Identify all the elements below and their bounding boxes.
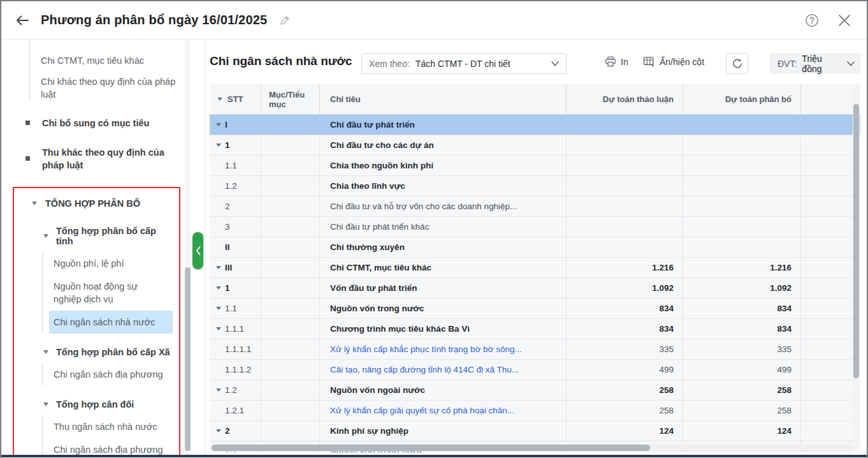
- chevron-down-icon: [841, 61, 860, 67]
- cell-chi-tieu: Xử lý khẩn cấp giải quyết sự cố phá hoại…: [320, 401, 567, 420]
- header-du-toan-phan-bo[interactable]: Dự toán phân bổ: [683, 84, 801, 114]
- table-row[interactable]: 1.1 Nguồn vốn trong nước 834 834: [210, 299, 860, 319]
- table-row[interactable]: 1.1.1.2 Cải tạo, nâng cấp đường tỉnh lộ …: [210, 360, 860, 380]
- chevron-expanded-icon[interactable]: [32, 202, 37, 205]
- table-row[interactable]: 1.1 Chia theo nguồn kinh phí: [210, 156, 860, 176]
- sidebar-group-cap-xa: Tổng hợp phân bổ cấp Xã Chi ngân sách đị…: [14, 343, 179, 386]
- sidebar-scrollbar[interactable]: [185, 40, 191, 455]
- cell-stt: 1.1.1.2: [210, 360, 261, 380]
- sidebar-item-tong-hop-cap-tinh[interactable]: Tổng hợp phân bổ cấp tỉnh: [14, 221, 179, 251]
- cell-du-toan-phan-bo: 499: [683, 360, 801, 380]
- table-row[interactable]: 1.1.1.1 Xử lý khẩn cấp khắc phục tình tr…: [210, 339, 860, 360]
- sidebar-item-chi-khac[interactable]: Chi khác theo quy định của pháp luật: [1, 71, 205, 105]
- sidebar-item-label: Tổng hợp phân bổ cấp tỉnh: [56, 226, 174, 246]
- expand-icon[interactable]: [216, 266, 221, 269]
- expand-icon[interactable]: [216, 307, 221, 310]
- sidebar-item-chi-ngan-sach-nha-nuoc[interactable]: Chi ngân sách nhà nước: [49, 311, 173, 334]
- printer-icon: [605, 56, 616, 67]
- cell-du-toan-phan-bo: [683, 196, 801, 216]
- du-toan-thao-luan-value: 499: [659, 365, 674, 374]
- content-title: Chi ngân sách nhà nước: [210, 54, 352, 68]
- chevron-left-icon: [194, 245, 202, 256]
- vertical-scrollbar[interactable]: [853, 85, 860, 443]
- sidebar-item-thu-khac[interactable]: Thu khác theo quy định của pháp luật: [1, 141, 205, 177]
- cell-chi-tieu: Cải tạo, nâng cấp đường tỉnh lộ 414C đi …: [320, 360, 567, 380]
- chevron-expanded-icon[interactable]: [43, 403, 48, 406]
- sort-triangle-icon[interactable]: [217, 98, 222, 101]
- edit-title-button[interactable]: [280, 15, 290, 26]
- table-row[interactable]: 2 Chi đầu tư và hỗ trợ vốn cho các doanh…: [210, 196, 860, 217]
- sidebar-group-top: Chi CTMT, mục tiêu khác Chi khác theo qu…: [1, 50, 205, 105]
- chevron-expanded-icon[interactable]: [43, 234, 48, 238]
- view-mode-dropdown[interactable]: Xem theo: Tách CTMT - DT chi tiết: [361, 53, 567, 74]
- table-row[interactable]: 1.2.1 Xử lý khẩn cấp giải quyết sự cố ph…: [210, 401, 860, 421]
- sidebar-item-chi-ngan-sach-dia-phuong[interactable]: Chi ngân sách địa phương: [43, 363, 173, 386]
- expand-icon[interactable]: [216, 327, 221, 330]
- sidebar-item-tong-hop-can-doi[interactable]: Tổng hợp cân đối: [14, 395, 179, 414]
- sidebar-item-thu-ngan-sach-nha-nuoc[interactable]: Thu ngân sách nhà nước: [43, 415, 173, 438]
- cell-empty: [801, 319, 860, 339]
- sidebar-item-nguon-hoat-dong[interactable]: Nguồn hoạt động sự nghiệp dịch vụ: [43, 275, 173, 311]
- sidebar-item-chi-ngan-sach-dia-phuong-2[interactable]: Chi ngân sách địa phương: [43, 438, 173, 455]
- table-row[interactable]: II Chi thường xuyên: [210, 237, 860, 258]
- sidebar-section-label: TỔNG HỢP PHÂN BỔ: [45, 198, 140, 209]
- sidebar-item-tong-hop-cap-xa[interactable]: Tổng hợp phân bổ cấp Xã: [14, 343, 179, 362]
- chevron-expanded-icon[interactable]: [43, 350, 48, 354]
- cell-empty: [801, 135, 860, 155]
- table-row[interactable]: 1.1.1 Chương trình mục tiêu khác Ba Vì 8…: [210, 319, 860, 339]
- pencil-icon: [280, 15, 290, 26]
- header-stt[interactable]: STT: [210, 84, 261, 114]
- expand-icon[interactable]: [216, 429, 221, 432]
- print-button[interactable]: In: [605, 56, 628, 67]
- refresh-button[interactable]: [726, 53, 748, 74]
- expand-icon[interactable]: [216, 123, 221, 126]
- cell-muc: [261, 176, 320, 196]
- cell-chi-tieu: Xử lý khẩn cấp khắc phục tình trạng bờ b…: [320, 339, 567, 359]
- expand-icon[interactable]: [216, 144, 221, 147]
- horizontal-scrollbar[interactable]: [210, 444, 855, 452]
- horizontal-scrollbar-thumb[interactable]: [212, 445, 650, 451]
- cell-empty: [801, 401, 860, 420]
- table-row[interactable]: I Chi đầu tư phát triển: [210, 115, 860, 135]
- table-row[interactable]: 1 Vốn đầu tư phát triển 1.092 1.092: [210, 278, 860, 299]
- cell-du-toan-thao-luan: [567, 115, 683, 135]
- sidebar-item-nguon-phi[interactable]: Nguồn phí, lệ phí: [43, 252, 173, 275]
- cell-stt: 1.1.1.1: [210, 339, 261, 359]
- stt-value: 1.2: [225, 181, 237, 191]
- header-muc-tieu-muc[interactable]: Mục/Tiểu mục: [261, 84, 320, 114]
- sidebar-collapse-handle[interactable]: [192, 232, 203, 269]
- unit-label: ĐVT:: [778, 59, 797, 69]
- header-du-toan-thao-luan[interactable]: Dự toán thảo luận: [567, 84, 683, 114]
- back-button[interactable]: [14, 12, 31, 29]
- unit-dropdown[interactable]: ĐVT: Triệu đồng: [770, 53, 860, 74]
- table-row[interactable]: 1 Chi đầu tư cho các dự án: [210, 135, 860, 156]
- cell-du-toan-phan-bo: 258: [683, 401, 801, 420]
- table-row[interactable]: III Chi CTMT, mục tiêu khác 1.216 1.216: [210, 258, 860, 278]
- chi-tieu-value: Chương trình mục tiêu khác Ba Vì: [330, 324, 470, 334]
- help-button[interactable]: [804, 13, 820, 28]
- stt-value: I: [225, 120, 228, 129]
- table-row[interactable]: 1.2 Nguồn vốn ngoài nước 258 258: [210, 380, 860, 401]
- expand-icon[interactable]: [216, 388, 221, 392]
- sidebar-scrollbar-thumb[interactable]: [185, 267, 191, 451]
- sidebar-item-chi-bo-sung[interactable]: Chi bổ sung có mục tiêu: [1, 112, 205, 135]
- close-button[interactable]: [837, 13, 851, 27]
- chi-tieu-value: Cải tạo, nâng cấp đường tỉnh lộ 414C đi …: [330, 365, 519, 374]
- table-body: I Chi đầu tư phát triển 1 Chi đầu tư cho…: [210, 115, 860, 452]
- expand-icon[interactable]: [216, 286, 221, 290]
- cell-empty: [801, 258, 860, 277]
- cell-du-toan-thao-luan: [567, 196, 683, 216]
- table-row[interactable]: 2 Kinh phí sự nghiệp 124 124: [210, 421, 860, 441]
- cell-chi-tieu: Chi CTMT, mục tiêu khác: [320, 258, 567, 277]
- vertical-scrollbar-thumb[interactable]: [853, 104, 859, 378]
- toggle-columns-button[interactable]: Ẩn/hiện cột: [643, 56, 704, 68]
- header-chi-tieu[interactable]: Chỉ tiêu: [320, 84, 567, 114]
- du-toan-thao-luan-value: 258: [659, 406, 674, 415]
- table-row[interactable]: 1.2 Chia theo lĩnh vực: [210, 176, 860, 196]
- sidebar-item-chi-ctmt[interactable]: Chi CTMT, mục tiêu khác: [1, 50, 205, 71]
- cell-empty: [801, 176, 860, 196]
- table-row[interactable]: 3 Chi đầu tư phát triển khác: [210, 217, 860, 237]
- cell-muc: [261, 360, 320, 380]
- app-window: Phương án phân bổ ngày 16/01/2025 Chi CT…: [0, 0, 868, 458]
- sidebar-section-tong-hop-phan-bo[interactable]: TỔNG HỢP PHÂN BỔ: [14, 195, 179, 212]
